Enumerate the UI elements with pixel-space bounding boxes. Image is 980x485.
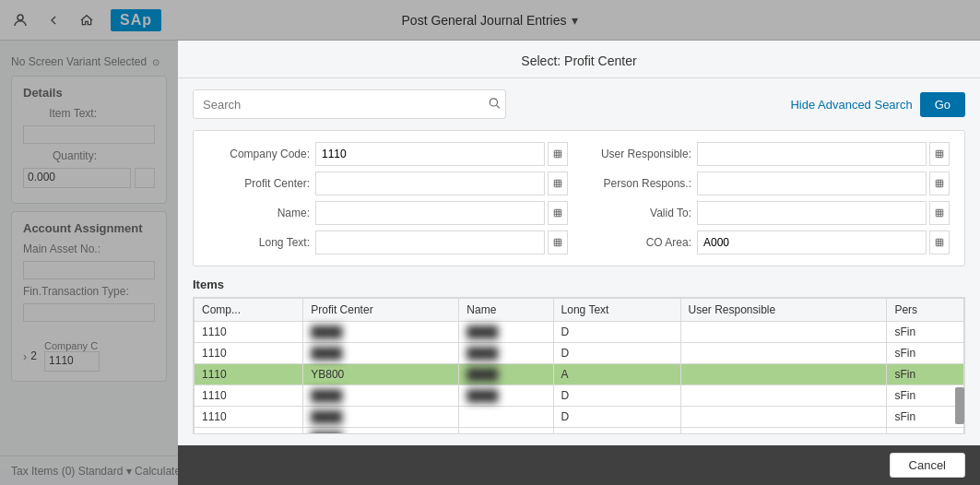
table-cell: sFin	[887, 322, 964, 343]
company-code-label: Company Code:	[208, 148, 310, 160]
user-responsible-input-wrap	[697, 142, 950, 166]
table-cell: 1110	[195, 364, 303, 385]
table-cell: sFin	[887, 428, 964, 435]
search-actions: Hide Advanced Search Go	[790, 92, 965, 117]
adv-right-col: User Responsible: Person Respons.:	[590, 142, 950, 254]
person-responsible-input-wrap	[697, 172, 950, 195]
co-area-input[interactable]	[697, 231, 927, 254]
co-area-row: CO Area:	[590, 231, 950, 254]
table-cell: ████	[459, 364, 553, 385]
advanced-search: Company Code: Profit Center:	[193, 130, 965, 266]
table-cell	[680, 343, 887, 364]
company-code-row: Company Code:	[208, 142, 568, 166]
profit-center-row: Profit Center:	[208, 172, 568, 195]
valid-to-row: Valid To:	[590, 201, 950, 225]
table-cell: ████	[303, 428, 459, 435]
modal-footer: Cancel	[178, 445, 980, 485]
profit-center-input[interactable]	[315, 172, 545, 195]
person-responsible-input[interactable]	[697, 172, 927, 195]
company-code-input[interactable]	[315, 142, 545, 166]
table-cell	[680, 407, 887, 428]
user-responsible-expand-btn[interactable]	[929, 142, 950, 166]
table-row[interactable]: 1110████DsFin	[195, 428, 964, 435]
col-name: Name	[459, 299, 553, 322]
profit-center-input-wrap	[315, 172, 568, 195]
adv-left-col: Company Code: Profit Center:	[208, 142, 568, 254]
table-cell: 1110	[195, 343, 303, 364]
items-section: Items Comp... Profit Center Name Long Te…	[193, 278, 965, 434]
table-cell: ████	[459, 343, 553, 364]
col-long-text: Long Text	[553, 299, 680, 322]
modal-body: Hide Advanced Search Go Company Code:	[178, 78, 980, 445]
profit-center-label: Profit Center:	[208, 177, 310, 190]
company-code-expand-btn[interactable]	[548, 142, 568, 166]
table-cell: D	[553, 322, 680, 343]
hide-advanced-search-link[interactable]: Hide Advanced Search	[790, 98, 912, 112]
table-cell	[680, 385, 887, 407]
search-input-wrap	[193, 89, 506, 119]
table-cell: ████	[303, 407, 459, 428]
table-cell: D	[553, 343, 680, 364]
co-area-label: CO Area:	[590, 236, 691, 249]
table-cell: A	[553, 364, 680, 385]
table-cell: ████	[459, 322, 553, 343]
name-label: Name:	[208, 207, 310, 219]
person-responsible-label: Person Respons.:	[590, 177, 691, 190]
svg-rect-9	[936, 209, 943, 217]
items-table: Comp... Profit Center Name Long Text Use…	[194, 298, 964, 434]
scrollbar-thumb[interactable]	[955, 387, 964, 424]
table-cell: ████	[459, 385, 553, 407]
go-button[interactable]: Go	[920, 92, 965, 117]
table-cell	[680, 322, 887, 343]
table-row[interactable]: 1110YB800████AsFin	[195, 364, 964, 385]
search-icon[interactable]	[488, 97, 501, 112]
col-comp: Comp...	[195, 299, 303, 322]
long-text-input[interactable]	[315, 231, 545, 254]
table-row[interactable]: 1110████DsFin	[195, 407, 964, 428]
co-area-expand-btn[interactable]	[929, 231, 950, 254]
items-table-wrap[interactable]: Comp... Profit Center Name Long Text Use…	[193, 297, 965, 434]
items-title: Items	[193, 278, 965, 291]
search-input[interactable]	[193, 89, 506, 119]
valid-to-input[interactable]	[697, 201, 927, 225]
person-responsible-expand-btn[interactable]	[929, 172, 950, 195]
table-cell: sFin	[887, 364, 964, 385]
person-responsible-row: Person Respons.:	[590, 172, 950, 195]
table-row[interactable]: 1110████████DsFin	[195, 343, 964, 364]
modal-title: Select: Profit Center	[521, 53, 636, 68]
table-row[interactable]: 1110████████DsFin	[195, 322, 964, 343]
modal-header: Select: Profit Center	[178, 41, 980, 78]
svg-rect-5	[554, 209, 561, 217]
long-text-expand-btn[interactable]	[548, 231, 568, 254]
name-row: Name:	[208, 201, 568, 225]
modal-dialog: Select: Profit Center Hide Advanced Sear…	[178, 41, 980, 485]
table-cell	[680, 364, 887, 385]
table-cell	[680, 428, 887, 435]
valid-to-expand-btn[interactable]	[929, 201, 950, 225]
table-cell	[459, 428, 553, 435]
user-responsible-input[interactable]	[697, 142, 927, 166]
svg-rect-8	[936, 180, 943, 187]
company-code-input-wrap	[315, 142, 568, 166]
svg-point-1	[490, 99, 497, 106]
svg-rect-10	[936, 239, 943, 246]
table-cell: D	[553, 407, 680, 428]
table-cell: 1110	[195, 322, 303, 343]
table-cell: sFin	[887, 407, 964, 428]
svg-rect-6	[554, 239, 561, 246]
profit-center-expand-btn[interactable]	[548, 172, 568, 195]
table-cell: sFin	[887, 385, 964, 407]
table-cell: D	[553, 428, 680, 435]
long-text-label: Long Text:	[208, 236, 310, 249]
table-cell: D	[553, 385, 680, 407]
svg-rect-3	[554, 150, 561, 158]
name-input-wrap	[315, 201, 568, 225]
long-text-row: Long Text:	[208, 231, 568, 254]
name-expand-btn[interactable]	[548, 201, 568, 225]
col-pers: Pers	[887, 299, 964, 322]
name-input[interactable]	[315, 201, 545, 225]
valid-to-input-wrap	[697, 201, 950, 225]
table-cell: ████	[303, 385, 459, 407]
table-row[interactable]: 1110████████DsFin	[195, 385, 964, 407]
cancel-button[interactable]: Cancel	[890, 453, 965, 478]
